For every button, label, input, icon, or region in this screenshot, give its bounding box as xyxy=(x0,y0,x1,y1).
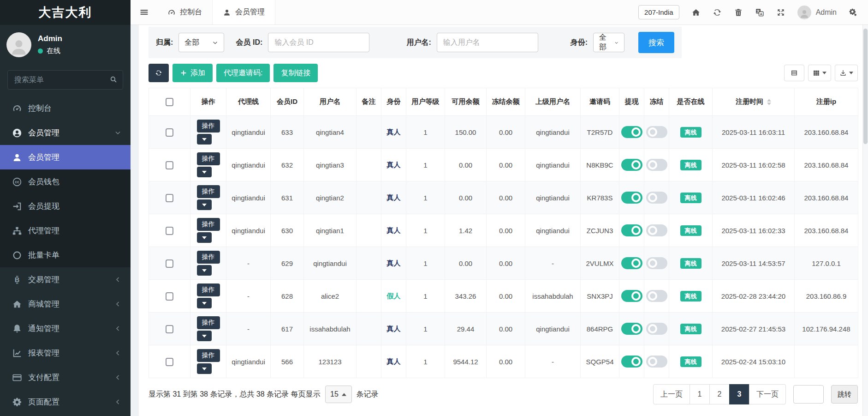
freeze-toggle[interactable] xyxy=(646,290,667,302)
action-caret-button[interactable] xyxy=(197,363,212,374)
withdraw-toggle[interactable] xyxy=(621,159,642,171)
chevron-left-icon xyxy=(114,301,121,307)
home-button[interactable] xyxy=(691,8,701,17)
freeze-toggle[interactable] xyxy=(646,257,667,269)
freeze-toggle[interactable] xyxy=(646,224,667,236)
prev-page-button[interactable]: 上一页 xyxy=(653,384,690,404)
action-button[interactable]: 操作 xyxy=(197,185,220,198)
sidebar-item-member-wallet[interactable]: cc 会员钱包 xyxy=(0,169,131,194)
withdraw-toggle[interactable] xyxy=(621,290,642,302)
identity-select[interactable]: 全部 xyxy=(593,33,624,52)
tab-member-mgmt[interactable]: 会员管理 xyxy=(212,0,275,24)
refresh-button[interactable] xyxy=(713,8,722,17)
cell-online: 离线 xyxy=(669,280,713,313)
cell-member-id: 632 xyxy=(271,149,304,181)
sidebar-item-agent-mgmt[interactable]: 代理管理 xyxy=(0,218,131,243)
sidebar-item-mall-mgmt[interactable]: 商城管理 xyxy=(0,292,131,316)
page-button-1[interactable]: 1 xyxy=(690,384,710,404)
sidebar-item-dashboard[interactable]: 控制台 xyxy=(0,96,131,121)
copy-link-button[interactable]: 复制链接 xyxy=(273,64,318,82)
belong-select[interactable]: 全部 xyxy=(178,33,224,52)
fullscreen-button[interactable] xyxy=(776,8,785,17)
export-button[interactable] xyxy=(835,65,858,81)
action-caret-button[interactable] xyxy=(197,298,212,308)
page-button-2[interactable]: 2 xyxy=(709,384,730,404)
withdraw-toggle[interactable] xyxy=(621,224,642,236)
col-reg-time[interactable]: 注册时间 xyxy=(713,88,795,116)
sidebar-item-member-mgmt[interactable]: 会员管理 xyxy=(0,145,131,169)
withdraw-toggle[interactable] xyxy=(621,192,642,204)
sidebar-item-notify-mgmt[interactable]: 通知管理 xyxy=(0,316,131,341)
action-button[interactable]: 操作 xyxy=(197,316,220,329)
settings-button[interactable] xyxy=(849,8,858,17)
row-checkbox[interactable] xyxy=(166,358,173,366)
page-size-select[interactable]: 15 xyxy=(325,386,352,403)
cell-action: 操作 xyxy=(190,116,226,149)
sort-icons[interactable] xyxy=(767,99,771,105)
columns-button[interactable] xyxy=(808,65,831,81)
action-button[interactable]: 操作 xyxy=(197,349,220,362)
refresh-table-button[interactable] xyxy=(149,64,169,82)
user-menu[interactable]: Admin xyxy=(797,6,837,19)
row-checkbox[interactable] xyxy=(166,128,173,137)
agent-invite-code-button[interactable]: 代理邀请码: xyxy=(216,64,270,82)
caret-down-icon xyxy=(822,72,826,74)
scrollbar-thumb[interactable] xyxy=(863,29,868,144)
jump-page-input[interactable] xyxy=(793,385,824,404)
freeze-toggle[interactable] xyxy=(646,323,667,335)
action-button[interactable]: 操作 xyxy=(197,283,220,296)
user-circle-icon xyxy=(12,128,22,138)
row-checkbox[interactable] xyxy=(166,259,173,268)
tab-dashboard[interactable]: 控制台 xyxy=(157,0,212,24)
cell-balance: 0.00 xyxy=(445,181,487,214)
freeze-toggle[interactable] xyxy=(646,192,667,204)
action-button[interactable]: 操作 xyxy=(197,251,220,264)
withdraw-toggle[interactable] xyxy=(621,257,642,269)
add-button[interactable]: 添加 xyxy=(172,64,213,82)
sidebar-item-member-mgmt-parent[interactable]: 会员管理 xyxy=(0,121,131,145)
sidebar-toggle-button[interactable] xyxy=(131,0,157,24)
trash-button[interactable] xyxy=(734,8,743,17)
page-button-3[interactable]: 3 xyxy=(729,384,749,404)
menu-search-input[interactable] xyxy=(7,70,123,90)
freeze-toggle[interactable] xyxy=(646,126,667,138)
withdraw-toggle[interactable] xyxy=(621,323,642,335)
vertical-scrollbar[interactable] xyxy=(862,25,868,416)
action-caret-button[interactable] xyxy=(197,331,212,341)
region-button[interactable]: 207-India xyxy=(638,5,679,19)
sidebar-item-batch-card[interactable]: 批量卡单 xyxy=(0,243,131,267)
action-button[interactable]: 操作 xyxy=(197,120,220,133)
toggle-view-button[interactable] xyxy=(784,65,804,81)
freeze-toggle[interactable] xyxy=(646,159,667,171)
sidebar: 大吉大利 Admin 在线 控制台 会员管理 会员管理 cc 会员钱包 xyxy=(0,0,131,416)
action-caret-button[interactable] xyxy=(197,232,212,243)
action-caret-button[interactable] xyxy=(197,199,212,210)
action-button[interactable]: 操作 xyxy=(197,218,220,231)
action-caret-button[interactable] xyxy=(197,265,212,276)
action-caret-button[interactable] xyxy=(197,167,212,177)
row-checkbox[interactable] xyxy=(166,325,173,333)
withdraw-toggle[interactable] xyxy=(621,356,642,368)
home-icon xyxy=(691,8,701,17)
freeze-toggle[interactable] xyxy=(646,356,667,368)
action-button[interactable]: 操作 xyxy=(197,152,220,165)
search-button[interactable]: 搜索 xyxy=(638,32,674,53)
sidebar-item-trade-mgmt[interactable]: B 交易管理 xyxy=(0,267,131,292)
row-checkbox[interactable] xyxy=(166,161,173,169)
jump-button[interactable]: 跳转 xyxy=(831,385,858,404)
sidebar-item-pay-config[interactable]: 支付配置 xyxy=(0,365,131,390)
row-checkbox[interactable] xyxy=(166,194,173,202)
row-checkbox[interactable] xyxy=(166,227,173,235)
row-checkbox[interactable] xyxy=(166,292,173,301)
action-caret-button[interactable] xyxy=(197,134,212,145)
next-page-button[interactable]: 下一页 xyxy=(749,384,786,404)
withdraw-toggle[interactable] xyxy=(621,126,642,138)
sidebar-item-member-withdraw[interactable]: 会员提现 xyxy=(0,194,131,218)
username-input[interactable] xyxy=(437,33,538,52)
sidebar-item-page-config[interactable]: 页面配置 xyxy=(0,390,131,414)
select-all-checkbox[interactable] xyxy=(166,98,173,106)
cell-invite-code: N8KB9C xyxy=(581,149,619,181)
member-id-input[interactable] xyxy=(268,33,369,52)
sidebar-item-report-mgmt[interactable]: 报表管理 xyxy=(0,341,131,365)
translate-button[interactable]: 文A xyxy=(755,8,764,17)
